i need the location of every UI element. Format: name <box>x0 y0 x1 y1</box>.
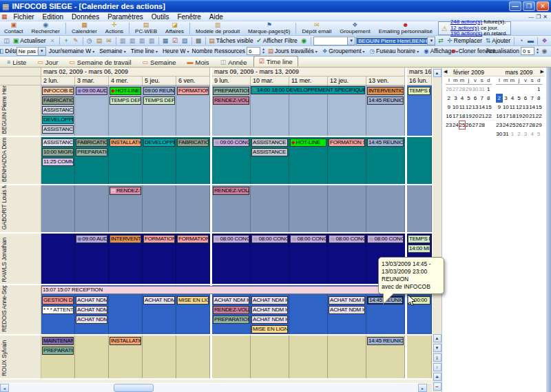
calendar-event[interactable]: MISE EN LIGNE <box>177 296 209 305</box>
calendar-event[interactable]: 14:45 REUNION <box>367 138 404 147</box>
calendar-day[interactable]: 4 <box>459 94 466 103</box>
calendar-day[interactable]: 9 <box>446 103 453 112</box>
calendar-event[interactable]: INTERVENTION <box>110 235 141 243</box>
calendar-event[interactable]: ▤RENDEZ-VOUS <box>110 187 141 195</box>
calendar-day[interactable]: 6 <box>522 94 529 103</box>
calendar-event[interactable]: TEMPS DEPLACEME <box>110 96 141 105</box>
calendar-day[interactable]: 7 <box>529 94 536 103</box>
day-cell[interactable]: ▤RENDEZ-VOUS <box>109 185 143 232</box>
calendar-event[interactable]: ◆HOT-LINE <box>110 87 141 95</box>
document[interactable]: ▤ <box>95 37 104 45</box>
traitement-combo[interactable]: Ne pas le traiter▼ <box>17 47 46 56</box>
calendar-day[interactable]: 22 <box>535 112 542 121</box>
day-cell[interactable]: INSTALLATION <box>109 336 143 378</box>
calendar-day[interactable]: 6 <box>472 94 479 103</box>
calendar-day[interactable]: 27 <box>453 85 459 94</box>
calendar-day[interactable]: 1 <box>535 85 542 94</box>
day-cell[interactable] <box>407 336 432 378</box>
calendar-event[interactable]: ◆HOT-LINE <box>290 138 326 147</box>
calendar-event[interactable]: PREPARATION <box>213 316 249 324</box>
minimize-button[interactable]: — <box>509 1 521 11</box>
day-cell[interactable] <box>251 336 289 378</box>
calendar-day[interactable]: 22 <box>485 112 492 121</box>
calendar-event[interactable]: RENDEZ-VOUS TELE <box>213 96 249 105</box>
day-cell[interactable]: FABRICATION <box>176 137 210 184</box>
mdi-close-button[interactable]: ✕ <box>543 14 548 20</box>
calendar-day[interactable]: 17 <box>453 112 459 121</box>
calendar-day[interactable]: 29 <box>466 85 472 94</box>
calendar-event[interactable]: ✎14:00 18:00 DEVELOPPEMENT SPECIFIQUE <box>251 86 365 94</box>
calendar-day[interactable]: 8 <box>535 94 542 103</box>
calendar-day[interactable]: 10 <box>453 103 459 112</box>
calendar-event[interactable]: ACHAT NDM ICANN <box>251 316 288 324</box>
zoom-out-button[interactable]: − <box>433 382 441 391</box>
close[interactable]: × <box>48 37 57 45</box>
day-cell[interactable]: 14:45 REUNION <box>366 137 405 184</box>
day-cell[interactable]: DEVELOPPEMENT I <box>143 137 176 184</box>
calendar-day[interactable]: 5 <box>535 130 542 138</box>
calendar-day[interactable]: 11 <box>509 103 516 112</box>
calendar-event[interactable]: RENDEZ-VOUS TELE <box>213 187 249 195</box>
calendar-day[interactable]: 23 <box>446 121 453 130</box>
mail[interactable]: ✉ <box>105 37 114 45</box>
calendar-event[interactable]: INSTALLATION <box>110 337 141 345</box>
mdi-minimize-button[interactable]: — <box>528 14 534 20</box>
day-cell[interactable]: TEMPS D <box>407 85 432 136</box>
calendar-event[interactable]: ASSISTANCE INFO <box>251 138 288 147</box>
calendar-event[interactable]: DEVELOPPEMENT I <box>143 138 175 147</box>
menu-donnees[interactable]: Données <box>67 12 103 21</box>
calendar-event[interactable]: ASSISTANCE SERVI <box>42 106 74 114</box>
settings[interactable]: ◉ <box>540 47 549 56</box>
calendar-day[interactable]: 26 <box>516 121 523 130</box>
menu-outils[interactable]: Outils <box>147 12 174 21</box>
ajouter[interactable]: ⇅Ajouter <box>484 37 512 45</box>
nombre-ressources-stepper[interactable]: ▲▼ <box>262 48 265 54</box>
actions-count-link[interactable]: 248 action(s) <box>450 19 482 25</box>
calendar-day[interactable]: 26 <box>446 85 453 94</box>
globe[interactable]: ◉ <box>300 37 309 45</box>
calendar-day[interactable]: 19 <box>466 112 472 121</box>
actualisation-stepper[interactable]: ▲▼ <box>536 48 539 54</box>
day-cell[interactable] <box>143 336 176 378</box>
cloner-fenetre[interactable]: ☻Cloner fenêtre <box>461 47 486 56</box>
filter-combo[interactable]: ▼ <box>313 37 356 45</box>
card-4[interactable]: ▥ <box>147 37 156 45</box>
day-cell[interactable]: INSTALLATION <box>109 137 143 184</box>
save[interactable]: ▬ <box>526 37 535 45</box>
toolbar-button-marque-pages-6[interactable]: ⚑Marque-pages(6) <box>244 21 294 35</box>
menu-edition[interactable]: Edition <box>39 12 68 21</box>
card-2[interactable]: ▥ <box>128 37 137 45</box>
calendar-event[interactable]: FABRICATION <box>177 138 209 147</box>
jour-semaine-w[interactable]: Jour/semaine W▾ <box>47 48 96 54</box>
calendar-event[interactable]: ACHAT NDM ICANN <box>76 306 107 314</box>
day-cell[interactable] <box>289 336 328 378</box>
scroll-up-button[interactable]: ▲ <box>433 334 441 342</box>
calendar-day[interactable]: 2 <box>446 94 453 103</box>
calendar-event[interactable]: PREPARATION <box>76 148 107 156</box>
calendar-day[interactable]: 18 <box>459 112 466 121</box>
time-line[interactable]: Time line▾ <box>129 48 160 54</box>
print[interactable]: ▩ <box>194 37 203 45</box>
toolbar-button-affaires[interactable]: ◪Affaires <box>161 21 188 35</box>
actualiser[interactable]: ▣Actualiser <box>12 37 48 45</box>
day-cell[interactable] <box>366 185 405 232</box>
calendar-event[interactable]: ◉09:00 AUDIT <box>76 87 107 95</box>
calendar-day[interactable]: 4 <box>509 94 516 103</box>
calendar-day[interactable]: 17 <box>503 112 510 121</box>
all-day-banner-event[interactable]: 15:07 15:07 RECEPTION <box>41 286 432 294</box>
calendar-day[interactable]: 27 <box>472 121 479 130</box>
actions-count-link[interactable]: 12 action(s) <box>450 25 479 31</box>
calendar-day[interactable]: 12 <box>466 103 472 112</box>
day-cell[interactable] <box>289 185 328 232</box>
calendar-event[interactable]: ACHAT NDM ICANN <box>76 296 107 305</box>
calendar-event[interactable]: ◉09:00 AUDIT <box>76 235 107 243</box>
calendar-event[interactable]: INFOCOB IDEE <box>42 87 74 95</box>
calendar-event[interactable]: PREPARATION <box>213 87 249 95</box>
card-1[interactable]: ▥ <box>118 37 127 45</box>
day-cell[interactable] <box>176 336 210 378</box>
calendar-day[interactable]: 31 <box>503 130 510 138</box>
calendar-day[interactable]: 27 <box>522 121 529 130</box>
toolbar-button-contact[interactable]: ▣Contact <box>0 21 28 35</box>
calendar-event[interactable]: 09:00 REUNION <box>143 87 175 95</box>
calendar-day[interactable]: 14 <box>529 103 536 112</box>
